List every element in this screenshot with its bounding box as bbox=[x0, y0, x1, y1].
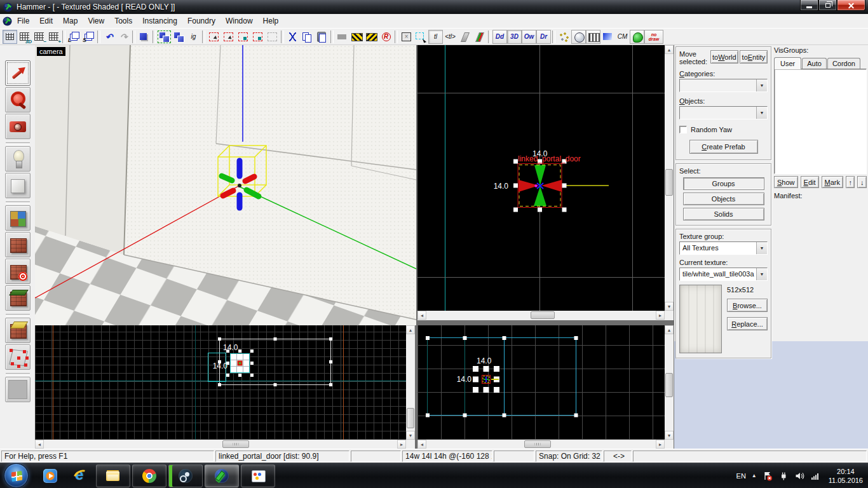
block-tool[interactable] bbox=[5, 173, 31, 198]
current-texture-dropdown[interactable]: tile/white_wall_tile003a ▼ bbox=[679, 268, 768, 281]
sprinkle-tool-icon[interactable] bbox=[557, 30, 571, 44]
apply-overlays-tool[interactable] bbox=[5, 285, 31, 311]
scroll-right-icon[interactable]: ▸ bbox=[656, 311, 665, 320]
menu-view[interactable]: View bbox=[83, 15, 109, 27]
paste-icon[interactable] bbox=[315, 30, 329, 44]
scroll-up-icon[interactable]: ▴ bbox=[665, 45, 674, 54]
scrollbar-thumb[interactable] bbox=[407, 408, 414, 428]
dropdown-arrow-icon[interactable]: ▼ bbox=[756, 107, 767, 119]
restore-button[interactable] bbox=[818, 0, 837, 11]
selection-tool[interactable] bbox=[5, 60, 31, 86]
move-up-button[interactable]: ↑ bbox=[846, 176, 855, 188]
scrollbar-thumb[interactable] bbox=[524, 440, 551, 448]
browse-button[interactable]: Browse... bbox=[727, 299, 768, 312]
scroll-left-icon[interactable]: ◂ bbox=[417, 440, 426, 449]
grid-smaller-icon[interactable]: − bbox=[32, 30, 46, 44]
menu-window[interactable]: Window bbox=[220, 15, 258, 27]
scroll-down-icon[interactable]: ▾ bbox=[406, 431, 415, 440]
menu-edit[interactable]: Edit bbox=[34, 15, 58, 27]
create-prefab-button[interactable]: Create Prefab bbox=[689, 140, 758, 154]
camera-tool[interactable] bbox=[5, 114, 31, 139]
apply-decals-tool[interactable] bbox=[5, 259, 31, 284]
menu-instancing[interactable]: Instancing bbox=[137, 15, 182, 27]
hide-selected-icon[interactable] bbox=[349, 30, 364, 44]
minimize-button[interactable] bbox=[800, 0, 818, 11]
viewport-2d-front[interactable]: 14.0 14.0 ▴ ▾ ◂ ▸ bbox=[35, 325, 415, 449]
scroll-left-icon[interactable]: ◂ bbox=[35, 440, 44, 449]
visgroups-list[interactable] bbox=[774, 69, 867, 174]
tab-cordon[interactable]: Cordon bbox=[827, 58, 860, 69]
replace-button[interactable]: Replace... bbox=[727, 317, 768, 330]
select-mode-partial-icon[interactable] bbox=[221, 30, 236, 44]
displacement-blend-icon[interactable] bbox=[600, 30, 615, 44]
network-signal-icon[interactable] bbox=[810, 471, 820, 481]
flip-horizontal-icon[interactable] bbox=[458, 30, 472, 44]
clock[interactable]: 20:14 11.05.2016 bbox=[829, 467, 863, 485]
menu-foundry[interactable]: Foundry bbox=[182, 15, 220, 27]
viewport-2d-side[interactable]: 14.0 14.0 ▴ ▾ ◂ ▸ bbox=[417, 325, 674, 449]
grid-3d-icon[interactable]: 3D bbox=[17, 30, 32, 44]
vertical-scrollbar[interactable]: ▴ ▾ bbox=[406, 325, 415, 440]
select-objects-button[interactable]: Objects bbox=[683, 193, 764, 205]
redo-icon[interactable]: ↷ bbox=[116, 30, 131, 44]
select-solids-button[interactable]: Solids bbox=[683, 208, 764, 220]
to-world-button[interactable]: toWorld bbox=[710, 50, 738, 64]
viewport-2d-top[interactable]: 14.0 linked_portal_door 14.0 ▴ ▾ ◂ ▸ bbox=[417, 45, 674, 320]
viewport-3d[interactable]: camera bbox=[35, 45, 416, 325]
action-center-flag-icon[interactable] bbox=[763, 471, 773, 481]
dropdown-arrow-icon[interactable]: ▼ bbox=[756, 242, 767, 254]
scroll-up-icon[interactable]: ▴ bbox=[665, 325, 674, 334]
group-icon[interactable] bbox=[157, 30, 172, 44]
scrollbar-thumb[interactable] bbox=[665, 373, 673, 397]
select-mode-touching-icon[interactable] bbox=[207, 30, 221, 44]
selection-box-icon[interactable]: × bbox=[399, 30, 414, 44]
toggle-detail-objects-icon[interactable]: Dd bbox=[492, 30, 507, 44]
horizontal-scrollbar[interactable]: ◂ ▸ bbox=[417, 440, 665, 449]
scroll-right-icon[interactable]: ▸ bbox=[656, 440, 665, 449]
entity-tool[interactable] bbox=[5, 146, 31, 172]
carve-icon[interactable] bbox=[137, 30, 151, 44]
random-yaw-checkbox[interactable] bbox=[679, 126, 687, 133]
scroll-left-icon[interactable]: ◂ bbox=[417, 311, 426, 320]
cordon-mode-icon[interactable]: CM bbox=[615, 30, 630, 44]
texture-lock-icon[interactable]: tl bbox=[428, 30, 443, 44]
toggle-overlay-wireframe-icon[interactable]: Ow bbox=[522, 30, 536, 44]
dropdown-arrow-icon[interactable]: ▼ bbox=[756, 268, 767, 280]
language-indicator[interactable]: EN bbox=[736, 472, 746, 480]
menu-help[interactable]: Help bbox=[258, 15, 284, 27]
save-window-state-icon[interactable]: S bbox=[81, 30, 96, 44]
ignore-groups-icon[interactable]: ig bbox=[186, 30, 201, 44]
apply-nodraw-icon[interactable]: no draw bbox=[644, 30, 663, 44]
objects-dropdown[interactable]: ▼ bbox=[679, 106, 768, 119]
taskbar-paint[interactable] bbox=[241, 464, 275, 487]
undo-icon[interactable]: ↶ bbox=[102, 30, 116, 44]
horizontal-scrollbar[interactable]: ◂ ▸ bbox=[417, 311, 665, 320]
grid-larger-icon[interactable]: + bbox=[46, 30, 61, 44]
taskbar-steam[interactable] bbox=[168, 464, 203, 487]
select-solid-mode-icon[interactable] bbox=[265, 30, 280, 44]
vertex-manipulation-tool[interactable] bbox=[5, 344, 31, 370]
apply-current-texture-tool[interactable] bbox=[5, 232, 31, 257]
dropdown-arrow-icon[interactable]: ▼ bbox=[756, 79, 767, 92]
show-hidden-icons-chevron[interactable]: ▲ bbox=[752, 473, 757, 478]
taskbar-explorer[interactable] bbox=[96, 464, 130, 487]
scrollbar-thumb[interactable] bbox=[222, 440, 249, 448]
copy-icon[interactable] bbox=[300, 30, 315, 44]
select-groups-button[interactable]: Groups bbox=[683, 177, 764, 190]
menu-tools[interactable]: Tools bbox=[109, 15, 137, 27]
toggle-3d-grid-icon[interactable]: 3D bbox=[507, 30, 522, 44]
toggle-texture-application-tool[interactable] bbox=[5, 205, 31, 231]
close-button[interactable] bbox=[837, 0, 865, 11]
taskbar-internet-explorer[interactable] bbox=[66, 464, 94, 487]
categories-dropdown[interactable]: ▼ bbox=[679, 79, 768, 92]
vertical-scrollbar[interactable]: ▴ ▾ bbox=[665, 325, 674, 440]
magnify-tool[interactable] bbox=[5, 87, 31, 112]
edit-button[interactable]: Edit bbox=[801, 176, 819, 188]
scrollbar-thumb[interactable] bbox=[531, 311, 555, 319]
texture-scale-lock-icon[interactable]: <tl> bbox=[443, 30, 458, 44]
toggle-helpers-icon[interactable] bbox=[571, 30, 586, 44]
cut-icon[interactable] bbox=[285, 30, 300, 44]
scroll-down-icon[interactable]: ▾ bbox=[665, 431, 674, 440]
scroll-down-icon[interactable]: ▾ bbox=[665, 302, 674, 311]
taskbar-hammer[interactable] bbox=[205, 464, 239, 487]
